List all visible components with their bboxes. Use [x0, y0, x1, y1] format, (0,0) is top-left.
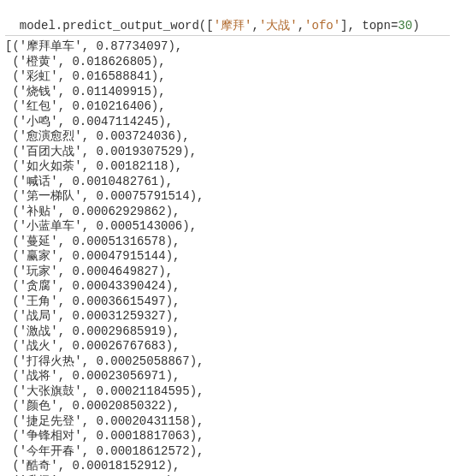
line-trailing-comma: , [173, 295, 180, 308]
tuple-separator: , [58, 295, 73, 308]
arg-separator: , [298, 19, 304, 33]
tuple-separator: , [58, 99, 73, 113]
tuple-score: 0.003724036 [96, 129, 174, 143]
code-call-prefix: model.predict_output_word( [20, 19, 206, 33]
tuple-close: ) [151, 85, 158, 98]
tuple-score: 0.0010482761 [72, 175, 158, 188]
tuple-score: 0.016588841 [72, 69, 151, 83]
line-trailing-comma: , [197, 189, 204, 203]
call-close: ) [412, 19, 419, 33]
tuple-close: ) [158, 175, 165, 188]
tuple-close: ) [151, 55, 158, 68]
output-tuple-row: ('争锋相对', 0.00018817063), [5, 429, 450, 444]
tuple-score: 0.00026767683 [72, 339, 165, 353]
tuple-open: ( [12, 399, 19, 413]
tuple-open: ( [12, 384, 19, 398]
line-trailing-comma: , [190, 145, 197, 158]
tuple-close: ) [182, 219, 189, 233]
string-arg-list: '摩拜','大战','ofo' [214, 19, 340, 33]
output-tuple-row: ('橙黄', 0.018626805), [5, 55, 450, 70]
tuple-separator: , [82, 414, 97, 428]
tuple-separator: , [58, 205, 73, 218]
tuple-close: ) [166, 235, 173, 248]
tuple-score: 0.018626805 [72, 55, 151, 68]
line-trailing-comma: , [173, 324, 180, 338]
output-tuple-row: ('彩虹', 0.016588841), [5, 69, 450, 85]
tuple-close: ) [166, 399, 173, 413]
tuple-word: '橙黄' [20, 55, 58, 68]
tuple-separator: , [82, 384, 97, 398]
line-trailing-comma: , [175, 159, 182, 173]
tuple-score: 0.0005143006 [96, 219, 182, 233]
tuple-score: 0.00029685919 [72, 324, 165, 338]
tuple-word: '大张旗鼓' [20, 384, 82, 398]
tuple-score: 0.0019307529 [96, 145, 182, 158]
tuple-word: '摩拜单车' [20, 39, 82, 53]
tuple-separator: , [58, 55, 73, 68]
output-tuple-row: ('红包', 0.010216406), [5, 99, 450, 115]
output-tuple-row: ('玩家', 0.0004649827), [5, 265, 450, 280]
output-tuple-row: ('百团大战', 0.0019307529), [5, 145, 450, 160]
tuple-word: '酷奇' [20, 459, 58, 473]
tuple-separator: , [82, 354, 97, 368]
output-tuple-row: ('如火如荼', 0.00182118), [5, 159, 450, 175]
tuple-separator: , [58, 265, 73, 278]
tuple-score: 0.00018612572 [96, 444, 189, 458]
tuple-separator: , [58, 339, 73, 353]
output-tuple-row: ('小鸣', 0.0047114245), [5, 115, 450, 130]
tuple-close: ) [166, 279, 173, 293]
tuple-open: ( [12, 354, 19, 368]
line-trailing-comma: , [166, 115, 173, 128]
tuple-word: '愈演愈烈' [20, 129, 82, 143]
tuple-word: '激战' [20, 324, 58, 338]
tuple-separator: , [82, 219, 97, 233]
code-input-line: model.predict_output_word(['摩拜','大战','of… [5, 3, 450, 36]
tuple-open: ( [12, 175, 19, 188]
tuple-open: ( [12, 159, 19, 173]
tuple-open: ( [12, 55, 19, 68]
tuple-close: ) [190, 354, 197, 368]
line-trailing-comma: , [197, 354, 204, 368]
output-tuple-row: ('第一梯队', 0.00075791514), [5, 189, 450, 205]
output-tuple-row: ('激战', 0.00029685919), [5, 324, 450, 340]
tuple-word: '小鸣' [20, 115, 58, 128]
tuple-separator: , [58, 115, 73, 128]
tuple-score: 0.00021184595 [96, 384, 189, 398]
tuple-score: 0.00025058867 [96, 354, 189, 368]
tuple-word: '蔓延' [20, 235, 58, 248]
tuple-score: 0.00036615497 [72, 295, 165, 308]
tuple-open: ( [12, 115, 19, 128]
output-block: [('摩拜单车', 0.87734097), ('橙黄', 0.01862680… [5, 39, 450, 476]
tuple-score: 0.00031259327 [72, 309, 165, 323]
output-tuple-row: ('战将', 0.00023056971), [5, 369, 450, 384]
line-trailing-comma: , [158, 99, 165, 113]
tuple-open: ( [12, 309, 19, 323]
tuple-score: 0.00023056971 [72, 369, 165, 383]
tuple-separator: , [82, 429, 97, 443]
tuple-close: ) [190, 429, 197, 443]
output-tuple-row: ('补贴', 0.00062929862), [5, 205, 450, 220]
tuple-open: ( [12, 265, 19, 278]
tuple-open: ( [12, 39, 19, 53]
line-trailing-comma: , [182, 129, 189, 143]
output-tuple-row: ('酷奇', 0.00018152912), [5, 459, 450, 474]
arg-separator: , [251, 19, 258, 33]
tuple-word: '颜色' [20, 399, 58, 413]
tuple-separator: , [58, 249, 73, 263]
tuple-word: '第一梯队' [20, 189, 82, 203]
tuple-separator: , [82, 159, 97, 173]
output-tuple-row: ('战局', 0.00031259327), [5, 309, 450, 324]
tuple-open: ( [12, 219, 19, 233]
tuple-word: '今年开春' [20, 444, 82, 458]
tuple-word: '战火' [20, 339, 58, 353]
line-trailing-comma: , [173, 309, 180, 323]
tuple-open: ( [12, 339, 19, 353]
tuple-word: '补贴' [20, 205, 58, 218]
line-trailing-comma: , [166, 175, 173, 188]
line-trailing-comma: , [173, 399, 180, 413]
tuple-separator: , [82, 145, 97, 158]
tuple-word: '争锋相对' [20, 429, 82, 443]
line-trailing-comma: , [197, 414, 204, 428]
output-tuple-row: ('赢家', 0.00047915144), [5, 249, 450, 265]
tuple-separator: , [58, 85, 73, 98]
